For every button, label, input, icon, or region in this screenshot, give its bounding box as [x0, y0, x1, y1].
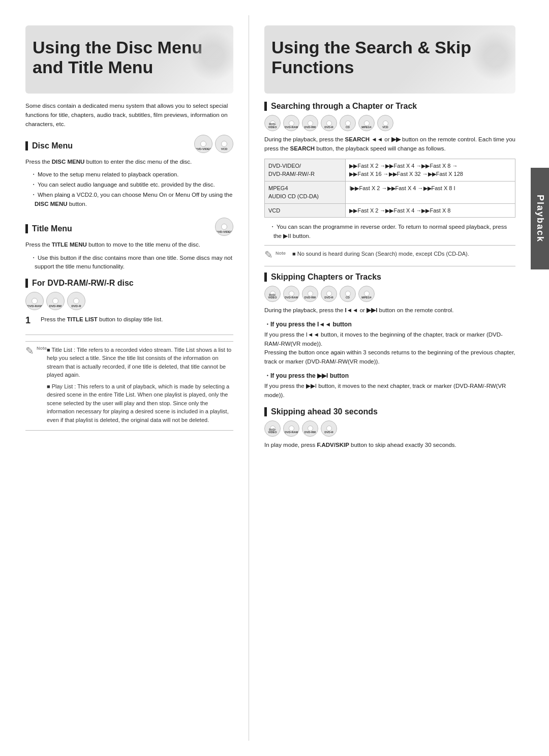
disc-icon-dvd-video: DVD-VIDEO [194, 135, 212, 153]
note-content-search: ■ No sound is heard during Scan (Search)… [292, 250, 469, 258]
disc-icon-cd-r: CD [340, 115, 356, 131]
step-1-row: 1 Press the TITLE LIST button to display… [25, 315, 233, 328]
disc-menu-bullet-1: Move to the setup menu related to playba… [30, 170, 233, 179]
table-row-vcd: VCD ▶▶Fast X 2 →▶▶Fast X 4 →▶▶Fast X 8 [265, 203, 515, 218]
skip-heading: Skipping Chapters or Tracks [264, 273, 515, 282]
step-1-text: Press the TITLE LIST button to display t… [41, 315, 163, 324]
skip-body: During the playback, press the I◄◄ or ▶▶… [264, 306, 515, 315]
table-row-mpeg4: MPEG4AUDIO CD (CD-DA) I▶▶Fast X 2 →▶▶Fas… [265, 181, 515, 203]
disc-icon-dvdrw-skip: DVD-RW [302, 286, 318, 302]
disc-icon-dvd-video-r: DVD-VIDEO [264, 115, 281, 131]
title-menu-body: Press the TITLE MENU button to move to t… [25, 240, 233, 250]
disc-icon-dvd-ram-r: DVD-RAM [283, 115, 299, 131]
disc-icon-dvdvideo-skip30: DVD-VIDEO [264, 420, 281, 437]
disc-icon-dvd-video-2: DVD-VIDEO [215, 218, 233, 236]
disc-icon-dvd-r-r: DVD-R [321, 115, 337, 131]
note-title-list: ■ Title List : Title refers to a recorde… [47, 346, 233, 379]
skip30-body: In play mode, press F.ADV/SKIP button to… [264, 441, 515, 450]
divider-search [264, 266, 515, 266]
skip30-icons: DVD-VIDEO DVD-RAM DVD-RW DVD-R [264, 420, 515, 437]
disc-menu-heading: Disc Menu [25, 141, 73, 150]
disc-icon-vcd-r: VCD [377, 115, 393, 131]
note-icon-1: ✎ [25, 346, 34, 356]
table-cell-mpeg4-value: I▶▶Fast X 2 →▶▶Fast X 4 →▶▶Fast X 8 I [346, 181, 515, 203]
note-box-1: ✎ Note ■ Title List : Title refers to a … [25, 341, 233, 425]
skip-icons: DVD-VIDEO DVD-RAM DVD-RW DVD-R CD MPEG4 [264, 286, 515, 302]
divider-1 [25, 335, 233, 335]
search-icons: DVD-VIDEO DVD-RAM DVD-RW DVD-R CD MPEG4 … [264, 115, 515, 131]
note-play-list: ■ Play List : This refers to a unit of p… [47, 382, 233, 425]
sidebar-playback-tab: Playback [531, 168, 549, 269]
skip-next-body: If you press the ▶▶I button, it moves to… [264, 382, 515, 400]
disc-icon-dvd-rw-r: DVD-RW [302, 115, 318, 131]
search-heading: Searching through a Chapter or Track [264, 102, 515, 111]
page: Using the Disc Menu and Title Menu Some … [0, 0, 549, 756]
left-title-box: Using the Disc Menu and Title Menu [25, 25, 233, 94]
skip-prev-heading: If you press the I◄◄ button [264, 320, 515, 329]
table-row-dvdvideo: DVD-VIDEO/DVD-RAM/-RW/-R ▶▶Fast X 2 →▶▶F… [265, 159, 515, 181]
note-label-search: Note [276, 250, 290, 256]
skip-prev-body: If you press the I◄◄ button, it moves to… [264, 330, 515, 367]
disc-menu-icons: DVD-VIDEO VCD [194, 135, 233, 153]
disc-icon-dvd-r: DVD-R [67, 292, 85, 310]
search-bullet-1: You can scan the programme in reverse or… [269, 223, 515, 241]
main-content: Using the Disc Menu and Title Menu Some … [0, 0, 549, 756]
left-intro: Some discs contain a dedicated menu syst… [25, 102, 233, 129]
for-dvd-icons: DVD-RAM DVD-RW DVD-R [25, 292, 233, 310]
right-column: Using the Search & Skip Functions Search… [249, 15, 531, 741]
right-title: Using the Search & Skip Functions [271, 38, 506, 77]
table-cell-dvdvideo-label: DVD-VIDEO/DVD-RAM/-RW/-R [265, 159, 346, 181]
left-title: Using the Disc Menu and Title Menu [33, 38, 224, 77]
disc-icon-mpeg4-r: MPEG4 [358, 115, 375, 131]
disc-menu-bullet-2: You can select audio language and subtit… [30, 180, 233, 190]
table-cell-vcd-value: ▶▶Fast X 2 →▶▶Fast X 4 →▶▶Fast X 8 [346, 203, 515, 218]
disc-menu-heading-row: Disc Menu DVD-VIDEO VCD [25, 133, 233, 155]
disc-icon-dvd-ram: DVD-RAM [25, 292, 44, 310]
disc-icon-dvdram-skip: DVD-RAM [283, 286, 299, 302]
table-cell-mpeg4-label: MPEG4AUDIO CD (CD-DA) [265, 181, 346, 203]
disc-menu-body: Press the DISC MENU button to enter the … [25, 158, 233, 167]
table-cell-dvdvideo-value: ▶▶Fast X 2 →▶▶Fast X 4 →▶▶Fast X 8 →▶▶Fa… [346, 159, 515, 181]
divider-bottom-left [25, 430, 233, 431]
search-body: During the playback, press the SEARCH ◄◄… [264, 135, 515, 154]
note-label-1: Note [37, 346, 47, 353]
note-box-search: ✎ Note ■ No sound is heard during Scan (… [264, 245, 515, 260]
note-content-1: ■ Title List : Title refers to a recorde… [47, 346, 233, 425]
table-cell-vcd-label: VCD [265, 203, 346, 218]
for-dvd-heading: For DVD-RAM/-RW/-R disc [25, 279, 233, 288]
disc-icon-dvdvideo-skip: DVD-VIDEO [264, 286, 281, 302]
step-number-1: 1 [25, 315, 36, 326]
disc-icon-dvdr-skip30: DVD-R [321, 420, 337, 437]
left-column: Using the Disc Menu and Title Menu Some … [0, 15, 249, 741]
disc-icon-dvd-rw: DVD-RW [46, 292, 65, 310]
note-icon-search: ✎ [264, 250, 273, 260]
disc-icon-dvdram-skip30: DVD-RAM [283, 420, 299, 437]
disc-menu-bullet-3: When plaing a VCD2.0, you can choose Men… [30, 191, 233, 209]
disc-icon-dvdr-skip: DVD-R [321, 286, 337, 302]
right-title-box: Using the Search & Skip Functions [264, 25, 515, 94]
disc-icon-vcd: VCD [215, 135, 233, 153]
title-menu-bullet-1: Use this button if the disc contains mor… [30, 254, 233, 272]
disc-icon-mpeg4-skip: MPEG4 [358, 286, 375, 302]
title-menu-heading: Title Menu [25, 224, 72, 233]
skip-next-heading: If you press the ▶▶I button [264, 372, 515, 380]
disc-icon-dvdrw-skip30: DVD-RW [302, 420, 318, 437]
title-menu-icons: DVD-VIDEO [215, 218, 233, 236]
skip30-heading: Skipping ahead 30 seconds [264, 407, 515, 416]
search-speed-table: DVD-VIDEO/DVD-RAM/-RW/-R ▶▶Fast X 2 →▶▶F… [264, 159, 515, 218]
title-menu-heading-row: Title Menu DVD-VIDEO [25, 216, 233, 237]
disc-icon-cd-skip: CD [340, 286, 356, 302]
